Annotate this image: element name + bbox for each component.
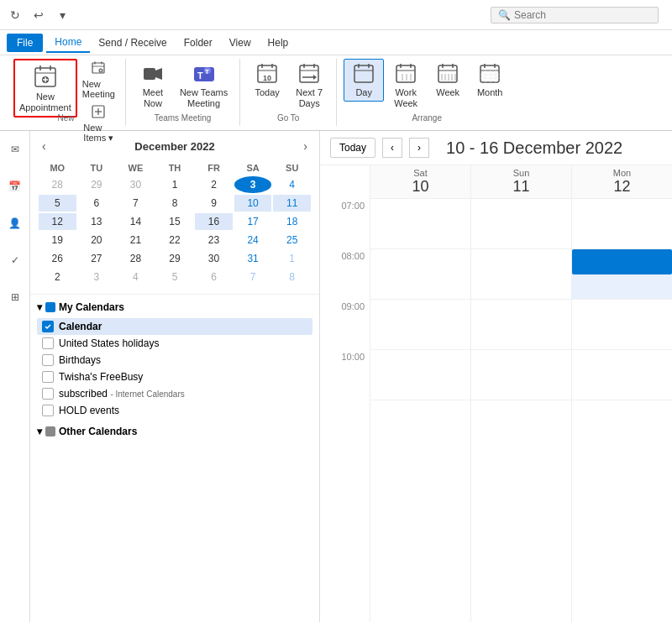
other-calendars-header[interactable]: ▾ Other Calendars [37,426,312,437]
next-7-days-button[interactable]: Next 7Days [289,59,329,112]
calendar-item-us-holidays[interactable]: United States holidays [37,335,312,352]
next-month-button[interactable]: › [298,138,312,154]
new-meeting-button[interactable]: NewMeeting [79,59,118,101]
mini-cal-day[interactable]: 27 [78,250,116,267]
menu-view[interactable]: View [221,34,260,52]
my-calendars-header[interactable]: ▾ My Calendars [37,301,312,313]
calendar-item-label-twisha: Twisha's FreeBusy [59,371,143,383]
menu-help[interactable]: Help [260,34,297,52]
mini-cal-day[interactable]: 26 [39,250,76,267]
undo-icon[interactable]: ↩ [30,7,47,24]
mini-cal-day[interactable]: 29 [156,250,194,267]
calendar-item-birthdays[interactable]: Birthdays [37,352,312,368]
mon-10am [572,350,672,400]
mini-cal-day[interactable]: 14 [117,213,155,230]
mini-cal-day[interactable]: 10 [234,195,272,212]
dropdown-icon[interactable]: ▾ [54,7,71,24]
day-body-sat[interactable] [370,199,470,622]
day-name-sat: Sat [413,168,428,178]
dow-tu: TU [78,161,116,175]
new-items-button[interactable]: NewItems ▾ [79,102,118,145]
mini-cal-day[interactable]: 29 [78,176,116,193]
search-input[interactable] [514,9,648,21]
mini-cal-day[interactable]: 19 [39,232,76,248]
calendar-item-twisha[interactable]: Twisha's FreeBusy [37,368,312,385]
mini-cal-day[interactable]: 6 [195,269,233,285]
cal-prev-button[interactable]: ‹ [382,138,402,158]
mini-cal-day[interactable]: 24 [234,232,272,248]
mini-cal-day[interactable]: 25 [273,232,311,248]
mini-cal-day[interactable]: 3 [234,176,272,193]
calendar-item-hold[interactable]: HOLD events [37,402,312,419]
mini-cal-day[interactable]: 22 [156,232,194,248]
menu-home[interactable]: Home [46,33,90,53]
mini-cal-day[interactable]: 11 [273,195,311,212]
appointment-icon [32,63,59,90]
sidebar-icon-apps[interactable]: ⊞ [3,285,27,309]
day-name-sun: Sun [513,168,530,178]
new-appointment-label: NewAppointment [19,91,71,113]
cal-today-button[interactable]: Today [330,138,375,158]
month-view-button[interactable]: Month [470,59,510,102]
mini-cal-day[interactable]: 28 [39,176,76,193]
day-body-mon[interactable] [572,199,672,622]
work-week-button[interactable]: WorkWeek [386,59,426,112]
mini-cal-day[interactable]: 1 [273,250,311,267]
menu-send-receive[interactable]: Send / Receive [90,34,175,52]
other-collapse-icon: ▾ [37,426,42,437]
day-body-sun[interactable] [471,199,571,622]
mini-cal-day[interactable]: 9 [195,195,233,212]
day-header-sun: Sun 11 [471,165,571,199]
mini-cal-day[interactable]: 2 [39,269,76,285]
mini-cal-day[interactable]: 28 [117,250,155,267]
mini-cal-day[interactable]: 30 [195,250,233,267]
mini-cal-day[interactable]: 7 [117,195,155,212]
mini-cal-day[interactable]: 2 [195,176,233,193]
sidebar-icon-people[interactable]: 👤 [3,212,27,235]
mini-cal-day[interactable]: 6 [78,195,116,212]
mini-cal-day[interactable]: 17 [234,213,272,230]
mini-cal-day[interactable]: 7 [234,269,272,285]
mini-cal-day[interactable]: 30 [117,176,155,193]
my-calendars-color-box [45,302,55,312]
mini-cal-day[interactable]: 4 [117,269,155,285]
sun-8am [471,249,571,300]
mini-cal-day[interactable]: 20 [78,232,116,248]
meet-now-button[interactable]: MeetNow [133,59,173,112]
mini-cal-day[interactable]: 15 [156,213,194,230]
mini-cal-day[interactable]: 8 [273,269,311,285]
menu-folder[interactable]: Folder [176,34,221,52]
mini-cal-day[interactable]: 16 [195,213,233,230]
mini-cal-day[interactable]: 5 [156,269,194,285]
time-slot-1000: 10:00 [320,350,370,400]
new-teams-meeting-button[interactable]: T T New TeamsMeeting [175,59,233,112]
mini-cal-day[interactable]: 18 [273,213,311,230]
day-view-button[interactable]: Day [344,59,384,102]
new-appointment-button[interactable]: NewAppointment [13,59,77,118]
dow-fr: FR [195,161,233,175]
mini-cal-day[interactable]: 31 [234,250,272,267]
new-items-label: NewItems ▾ [83,123,113,144]
mini-cal-day[interactable]: 12 [39,213,76,230]
mini-cal-day[interactable]: 21 [117,232,155,248]
mini-cal-day[interactable]: 13 [78,213,116,230]
mini-cal-day[interactable]: 23 [195,232,233,248]
mini-cal-day[interactable]: 8 [156,195,194,212]
calendar-item-label-birthdays: Birthdays [59,354,101,366]
calendar-item-main[interactable]: Calendar [37,318,312,335]
work-week-label: WorkWeek [394,87,417,109]
event-block-mon-8am[interactable] [572,249,672,274]
sidebar-icon-tasks[interactable]: ✓ [3,248,27,272]
refresh-icon[interactable]: ↻ [7,7,24,24]
menu-file[interactable]: File [7,34,43,52]
calendar-item-subscribed[interactable]: subscribed - Internet Calendars [37,385,312,402]
week-view-button[interactable]: Week [428,59,468,102]
svg-rect-38 [396,65,415,82]
today-button[interactable]: 10 Today [247,59,287,102]
mini-cal-day[interactable]: 1 [156,176,194,193]
mini-cal-day[interactable]: 4 [273,176,311,193]
mini-cal-day[interactable]: 3 [78,269,116,285]
cal-next-button[interactable]: › [409,138,429,158]
mini-cal-day[interactable]: 5 [39,195,76,212]
sidebar-icon-calendar[interactable]: 📅 [3,175,27,198]
